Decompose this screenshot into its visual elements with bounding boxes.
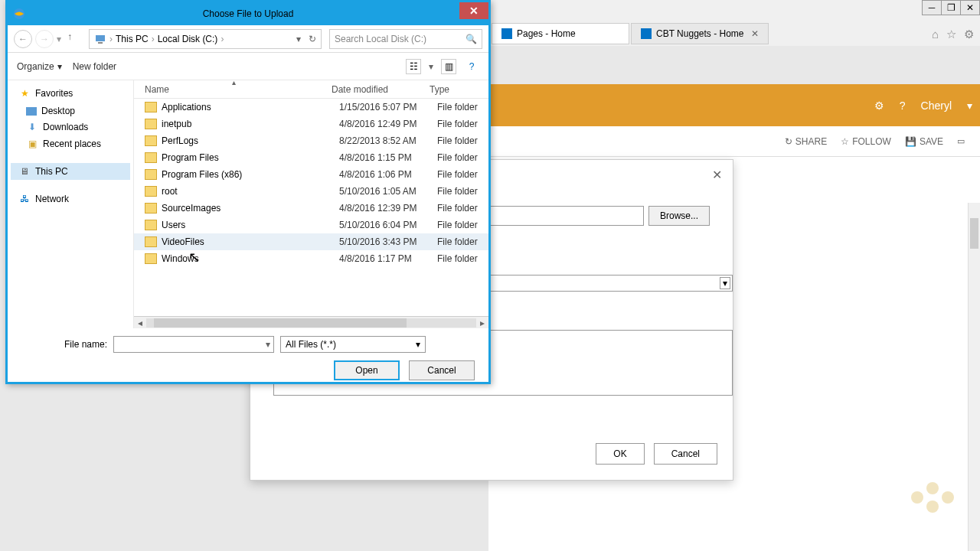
toolbar: Organize▾ New folder ☷ ▾ ▥ ?	[8, 53, 488, 80]
scroll-track[interactable]	[146, 318, 476, 328]
edit-icon[interactable]: ▭	[957, 136, 965, 146]
help-icon[interactable]: ?	[464, 59, 479, 74]
nav-bar: ← → ▾ ↑ › This PC › Local Disk (C:) › ▾ …	[8, 25, 488, 53]
settings-icon[interactable]: ⚙	[874, 99, 884, 112]
window-controls: ─ ❐ ✕	[923, 0, 980, 15]
folder-icon	[145, 220, 157, 230]
list-row[interactable]: Users5/10/2016 6:04 PMFile folder	[134, 217, 488, 233]
open-button[interactable]: Open	[334, 360, 400, 380]
scroll-right-icon[interactable]: ▸	[476, 318, 488, 328]
row-date: 4/8/2016 12:39 PM	[339, 203, 431, 214]
scroll-thumb[interactable]	[970, 218, 978, 249]
list-row[interactable]: VideoFiles5/10/2016 3:43 PMFile folder	[134, 233, 488, 250]
restore-button[interactable]: ❐	[941, 0, 961, 15]
row-type: File folder	[431, 102, 478, 112]
horizontal-scrollbar[interactable]: ◂ ▸	[134, 316, 488, 328]
refresh-icon[interactable]: ↻	[309, 34, 316, 44]
row-date: 5/10/2016 3:43 PM	[339, 236, 431, 247]
breadcrumb-this-pc[interactable]: This PC	[116, 34, 149, 44]
list-header: ▴ Name Date modified Type	[134, 80, 488, 99]
scroll-thumb[interactable]	[154, 318, 407, 328]
forward-button[interactable]: →	[35, 30, 54, 48]
home-icon[interactable]: ⌂	[932, 28, 939, 41]
row-type: File folder	[431, 253, 478, 264]
row-date: 4/8/2016 1:06 PM	[339, 169, 431, 180]
star-icon[interactable]: ☆	[946, 28, 956, 41]
search-icon[interactable]: 🔍	[466, 34, 477, 44]
network-icon: 🖧	[18, 193, 31, 205]
sharepoint-icon	[641, 28, 652, 39]
list-row[interactable]: Windows4/8/2016 1:17 PMFile folder	[134, 250, 488, 267]
column-date[interactable]: Date modified	[332, 80, 423, 98]
chevron-down-icon[interactable]: ▾	[967, 99, 972, 112]
close-icon[interactable]: ✕	[712, 168, 722, 182]
tree-favorites[interactable]: ★Favorites	[11, 85, 130, 102]
row-name: Program Files (x86)	[162, 169, 339, 180]
nav-tree: ★Favorites Desktop ⬇Downloads ▣Recent pl…	[8, 80, 134, 328]
tree-desktop[interactable]: Desktop	[11, 103, 130, 119]
search-input[interactable]: Search Local Disk (C:) 🔍	[329, 29, 482, 49]
dialog-footer: File name: ▾ All Files (*.*)▾ Open Cance…	[8, 328, 488, 388]
cancel-button[interactable]: Cancel	[654, 443, 717, 465]
tab-pages-home[interactable]: Pages - Home	[492, 23, 629, 44]
breadcrumb[interactable]: › This PC › Local Disk (C:) › ▾ ↻	[89, 29, 322, 49]
close-icon[interactable]: ✕	[751, 28, 759, 39]
file-name-input[interactable]: ▾	[113, 336, 274, 353]
share-button[interactable]: ↻SHARE	[785, 136, 827, 147]
column-type[interactable]: Type	[423, 80, 488, 98]
chevron-right-icon[interactable]: ›	[152, 34, 155, 44]
browse-button[interactable]: Browse...	[648, 206, 710, 226]
follow-button[interactable]: ☆FOLLOW	[841, 136, 891, 147]
tree-downloads[interactable]: ⬇Downloads	[11, 119, 130, 135]
row-name: root	[162, 186, 339, 197]
minimize-button[interactable]: ─	[922, 0, 942, 15]
tab-cbt-nuggets[interactable]: CBT Nuggets - Home ✕	[631, 23, 769, 44]
list-row[interactable]: Program Files4/8/2016 1:15 PMFile folder	[134, 149, 488, 166]
tree-recent[interactable]: ▣Recent places	[11, 135, 130, 152]
chevron-down-icon[interactable]: ▾	[296, 34, 301, 44]
gear-icon[interactable]: ⚙	[964, 28, 974, 41]
tree-this-pc[interactable]: 🖥This PC	[11, 163, 130, 180]
list-row[interactable]: Applications1/15/2016 5:07 PMFile folder	[134, 99, 488, 116]
folder-icon	[145, 119, 157, 129]
list-row[interactable]: root5/10/2016 1:05 AMFile folder	[134, 183, 488, 200]
preview-pane-button[interactable]: ▥	[441, 59, 456, 74]
help-icon[interactable]: ?	[900, 99, 906, 112]
ok-button[interactable]: OK	[596, 443, 644, 465]
chevron-down-icon[interactable]: ▾	[266, 339, 270, 350]
row-name: Applications	[162, 102, 339, 112]
page-scrollbar[interactable]	[968, 203, 980, 551]
row-date: 5/10/2016 1:05 AM	[339, 186, 431, 197]
close-button[interactable]: ✕	[960, 0, 980, 15]
chevron-down-icon[interactable]: ▾	[429, 61, 433, 72]
new-folder-button[interactable]: New folder	[73, 61, 116, 72]
tree-network[interactable]: 🖧Network	[11, 191, 130, 207]
file-type-filter[interactable]: All Files (*.*)▾	[280, 336, 426, 353]
chevron-right-icon[interactable]: ›	[220, 34, 224, 44]
scroll-left-icon[interactable]: ◂	[134, 318, 146, 328]
save-icon: 💾	[905, 136, 916, 147]
up-button[interactable]: ↑	[67, 31, 83, 47]
view-button[interactable]: ☷	[406, 59, 421, 74]
row-date: 5/10/2016 6:04 PM	[339, 220, 431, 230]
downloads-icon: ⬇	[26, 121, 38, 133]
tab-label: CBT Nuggets - Home	[656, 28, 744, 39]
star-icon: ★	[18, 87, 31, 99]
organize-button[interactable]: Organize▾	[17, 61, 62, 72]
list-row[interactable]: PerfLogs8/22/2013 8:52 AMFile folder	[134, 132, 488, 149]
chevron-right-icon[interactable]: ›	[109, 34, 113, 44]
user-name[interactable]: Cheryl	[921, 99, 952, 112]
close-button[interactable]: ✕	[459, 2, 488, 19]
list-row[interactable]: Program Files (x86)4/8/2016 1:06 PMFile …	[134, 166, 488, 183]
list-row[interactable]: inetpub4/8/2016 12:49 PMFile folder	[134, 116, 488, 132]
list-row[interactable]: SourceImages4/8/2016 12:39 PMFile folder	[134, 200, 488, 217]
save-button[interactable]: 💾SAVE	[905, 136, 943, 147]
breadcrumb-drive[interactable]: Local Disk (C:)	[158, 34, 218, 44]
sp-site-header: ⚙ ? Cheryl ▾	[488, 84, 980, 126]
row-name: Program Files	[162, 152, 339, 163]
recent-dropdown[interactable]: ▾	[57, 34, 61, 44]
back-button[interactable]: ←	[14, 30, 32, 48]
folder-icon	[145, 203, 157, 214]
cancel-button[interactable]: Cancel	[409, 360, 475, 380]
dialog-title-bar[interactable]: Choose File to Upload ✕	[8, 2, 488, 25]
